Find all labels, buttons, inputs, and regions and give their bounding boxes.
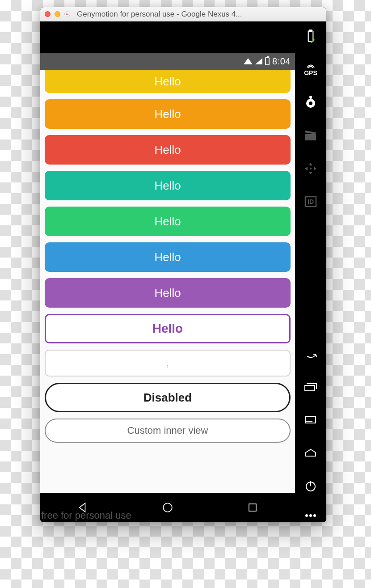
svg-point-0 xyxy=(163,503,172,512)
disabled-button: Disabled xyxy=(45,383,291,412)
button-label: Hello xyxy=(152,321,183,336)
hello-outline-button[interactable]: Hello xyxy=(45,314,291,343)
maximize-icon[interactable]: ∞ xyxy=(64,11,70,17)
hello-button-6[interactable]: Hello xyxy=(45,278,291,308)
camera-tool-icon[interactable] xyxy=(300,92,321,113)
app-content: HelloHelloHelloHelloHelloHelloHello Hell… xyxy=(40,70,295,493)
window-title: Genymotion for personal use - Google Nex… xyxy=(77,10,322,19)
home-nav-icon[interactable] xyxy=(300,443,321,463)
battery-icon xyxy=(265,57,270,65)
emulator-window: ∞ Genymotion for personal use - Google N… xyxy=(40,7,326,522)
svg-point-22 xyxy=(309,514,312,517)
watermark-text: free for personal use xyxy=(40,508,131,522)
button-label: Hello xyxy=(154,286,181,300)
svg-point-5 xyxy=(309,102,312,105)
button-label: , xyxy=(166,357,169,369)
id-tool-icon[interactable]: ID xyxy=(300,191,321,212)
button-label: Hello xyxy=(154,143,181,157)
faint-outline-button[interactable]: , xyxy=(45,350,291,376)
menu-nav-icon[interactable] xyxy=(300,410,321,430)
svg-marker-11 xyxy=(309,172,312,174)
wifi-icon xyxy=(244,56,253,67)
svg-rect-17 xyxy=(306,417,316,423)
svg-marker-9 xyxy=(304,131,316,134)
svg-marker-10 xyxy=(309,163,312,165)
button-label: Hello xyxy=(154,107,181,121)
window-titlebar: ∞ Genymotion for personal use - Google N… xyxy=(40,7,326,21)
phone-screen-column: 8:04 HelloHelloHelloHelloHelloHelloHello… xyxy=(40,21,295,522)
gps-tool-icon[interactable]: GPS xyxy=(300,59,321,80)
svg-point-23 xyxy=(313,514,316,517)
multiwindow-icon[interactable] xyxy=(300,376,321,397)
svg-marker-12 xyxy=(305,167,308,170)
hello-button-2[interactable]: Hello xyxy=(45,135,291,165)
id-label: ID xyxy=(308,198,314,205)
android-navbar: free for personal use xyxy=(40,493,295,522)
button-label: Disabled xyxy=(143,391,192,405)
hello-button-0[interactable]: Hello xyxy=(45,70,291,93)
gps-label: GPS xyxy=(304,69,317,76)
button-label: Hello xyxy=(154,75,181,89)
emulator-body: 8:04 HelloHelloHelloHelloHelloHelloHello… xyxy=(40,21,326,522)
more-icon[interactable] xyxy=(300,509,321,522)
button-label: Hello xyxy=(154,179,181,193)
svg-rect-3 xyxy=(310,30,312,31)
svg-marker-13 xyxy=(314,167,316,170)
battery-tool-icon[interactable] xyxy=(300,26,321,47)
statusbar-clock: 8:04 xyxy=(272,56,291,67)
dpad-tool-icon[interactable] xyxy=(300,158,321,179)
svg-point-21 xyxy=(305,514,308,517)
hello-button-3[interactable]: Hello xyxy=(45,171,291,200)
power-icon[interactable] xyxy=(300,476,321,496)
svg-rect-16 xyxy=(305,385,315,391)
button-label: Hello xyxy=(154,215,181,228)
close-icon[interactable] xyxy=(45,11,51,17)
recents-button[interactable] xyxy=(244,499,261,516)
svg-rect-2 xyxy=(308,31,313,42)
custom-inner-view-button[interactable]: Custom inner view xyxy=(45,419,291,443)
hello-button-5[interactable]: Hello xyxy=(45,242,291,272)
clapper-tool-icon[interactable] xyxy=(300,125,321,146)
button-label: Custom inner view xyxy=(127,425,208,436)
android-statusbar: 8:04 xyxy=(40,53,295,70)
rotate-icon[interactable] xyxy=(300,343,321,364)
svg-rect-8 xyxy=(305,134,316,140)
signal-icon xyxy=(255,58,262,64)
hello-button-1[interactable]: Hello xyxy=(45,99,291,129)
genymotion-sidebar: GPS xyxy=(295,21,326,522)
svg-point-14 xyxy=(310,168,312,169)
hello-button-4[interactable]: Hello xyxy=(45,207,291,236)
minimize-icon[interactable] xyxy=(55,11,60,17)
home-button[interactable] xyxy=(159,499,177,516)
svg-rect-1 xyxy=(249,504,256,511)
svg-point-7 xyxy=(309,96,312,98)
button-label: Hello xyxy=(154,250,181,264)
